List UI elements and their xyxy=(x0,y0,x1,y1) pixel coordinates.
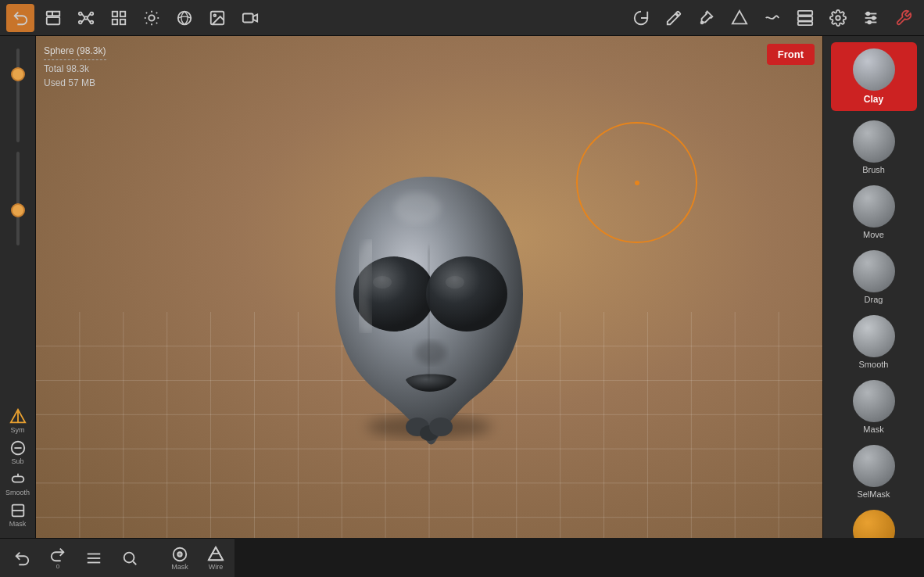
paint-sphere xyxy=(853,510,895,538)
sliders-button[interactable] xyxy=(857,4,885,32)
clay-label: Clay xyxy=(864,94,883,105)
svg-point-38 xyxy=(872,16,876,20)
brush-sphere xyxy=(853,120,895,163)
clay-sphere xyxy=(853,48,895,91)
svg-point-26 xyxy=(213,14,216,16)
svg-line-8 xyxy=(88,13,91,17)
svg-point-6 xyxy=(91,20,94,23)
size-slider-thumb[interactable] xyxy=(11,67,25,81)
search-bottom-button[interactable] xyxy=(116,550,144,567)
svg-line-10 xyxy=(88,18,91,22)
selmask-sphere xyxy=(853,445,895,487)
svg-point-73 xyxy=(373,276,392,288)
size-slider-track xyxy=(16,48,20,142)
svg-line-85 xyxy=(133,561,136,564)
svg-rect-31 xyxy=(798,16,812,21)
eyedropper-button[interactable] xyxy=(693,4,721,32)
move-label: Move xyxy=(863,230,884,239)
matcap-button[interactable] xyxy=(170,4,199,32)
mask-tool-button[interactable]: Mask xyxy=(4,500,32,529)
smooth-sphere xyxy=(853,315,895,357)
image-button[interactable] xyxy=(203,4,231,32)
svg-rect-27 xyxy=(243,13,253,22)
svg-line-7 xyxy=(82,13,85,17)
intensity-slider[interactable] xyxy=(4,152,32,245)
smooth-tool-button[interactable]: Smooth xyxy=(4,469,32,497)
pen-button[interactable] xyxy=(660,4,688,32)
svg-line-18 xyxy=(146,12,147,13)
svg-marker-29 xyxy=(732,10,747,23)
drag-sphere xyxy=(853,250,895,292)
svg-point-84 xyxy=(124,552,134,562)
clay-tool-button[interactable]: Clay xyxy=(831,42,917,111)
drag-tool-button[interactable]: Drag xyxy=(831,245,917,309)
redo-bottom-button[interactable]: 0 xyxy=(44,546,72,570)
selmask-tool-button[interactable]: SelMask xyxy=(831,440,917,504)
svg-point-2 xyxy=(84,16,88,20)
layers-button[interactable] xyxy=(791,4,819,32)
selmask-label: SelMask xyxy=(857,489,890,499)
3d-model xyxy=(304,153,554,450)
smooth-right-tool-button[interactable]: Smooth xyxy=(831,310,917,374)
brush-tool-button[interactable]: Brush xyxy=(831,116,917,179)
sym-button[interactable]: Sym xyxy=(4,407,32,435)
alpha-button[interactable] xyxy=(725,4,754,32)
svg-rect-0 xyxy=(47,11,52,16)
smooth-tool-label: Smooth xyxy=(5,489,30,496)
paint-tool-button[interactable]: Paint xyxy=(831,505,917,538)
scene-button[interactable] xyxy=(80,550,108,567)
svg-line-19 xyxy=(156,22,157,23)
sub-label: Sub xyxy=(11,457,23,465)
grid-view-button[interactable] xyxy=(105,4,133,32)
svg-point-39 xyxy=(868,20,871,23)
svg-line-22 xyxy=(146,22,147,23)
svg-point-15 xyxy=(149,15,154,20)
top-toolbar xyxy=(0,0,924,36)
brush-label: Brush xyxy=(862,165,885,174)
svg-rect-1 xyxy=(47,17,60,24)
wire-bottom-label: Wire xyxy=(209,563,224,571)
sym-label: Sym xyxy=(11,426,25,434)
topology-button[interactable] xyxy=(72,4,100,32)
svg-point-4 xyxy=(91,12,94,15)
move-tool-button[interactable]: Move xyxy=(831,181,917,244)
svg-rect-32 xyxy=(798,21,812,25)
undo-button[interactable] xyxy=(6,4,34,32)
mask-bottom-label: Mask xyxy=(171,563,188,571)
mask-tool-label: Mask xyxy=(9,520,27,528)
intensity-slider-track xyxy=(16,152,20,245)
total-polys: Total 98.3k xyxy=(44,62,106,76)
front-button[interactable]: Front xyxy=(767,44,815,65)
drag-label: Drag xyxy=(865,295,883,304)
svg-point-24 xyxy=(178,11,192,24)
wire-bottom-button[interactable]: Wire xyxy=(202,546,230,571)
mesh-name: Sphere (98.3k) xyxy=(44,44,106,58)
settings-button[interactable] xyxy=(824,4,852,32)
size-slider[interactable] xyxy=(4,48,32,142)
sub-button[interactable]: Sub xyxy=(4,438,32,466)
wrench-button[interactable] xyxy=(890,4,918,32)
bottom-toolbar: 0 Mask Wire xyxy=(0,538,235,577)
video-button[interactable] xyxy=(236,4,264,32)
viewport[interactable]: Sphere (98.3k) Total 98.3k Used 57 MB Fr… xyxy=(36,36,822,538)
mask-bottom-button[interactable]: Mask xyxy=(166,546,194,571)
svg-rect-11 xyxy=(113,11,117,16)
mask-right-label: Mask xyxy=(863,425,883,434)
svg-point-87 xyxy=(177,552,182,557)
intensity-slider-thumb[interactable] xyxy=(11,203,25,217)
info-overlay: Sphere (98.3k) Total 98.3k Used 57 MB xyxy=(44,44,106,90)
svg-point-74 xyxy=(426,256,507,332)
files-button[interactable] xyxy=(39,4,67,32)
svg-rect-12 xyxy=(120,11,125,16)
mask-right-tool-button[interactable]: Mask xyxy=(831,375,917,439)
svg-line-23 xyxy=(156,12,157,13)
undo-bottom-button[interactable] xyxy=(8,550,36,567)
svg-point-5 xyxy=(79,20,82,23)
svg-rect-14 xyxy=(120,19,125,23)
spin-button[interactable] xyxy=(627,4,655,32)
stroke-button[interactable] xyxy=(758,4,786,32)
lighting-button[interactable] xyxy=(138,4,166,32)
right-panel: Clay Brush Move Drag Smooth Mask SelMask… xyxy=(822,36,924,538)
svg-point-3 xyxy=(79,12,82,15)
svg-point-80 xyxy=(394,192,441,224)
